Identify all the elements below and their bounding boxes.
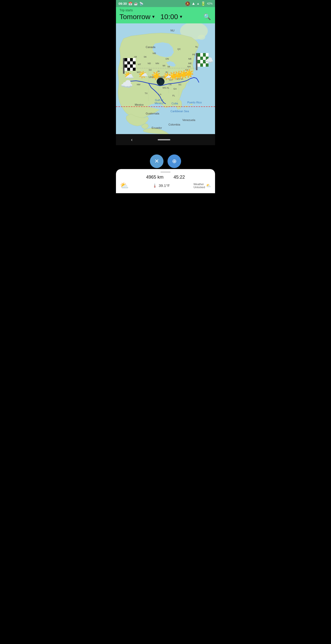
svg-point-5: [190, 104, 193, 105]
status-right: 🔕 ▲ ▲ 🔋 42%: [185, 1, 213, 6]
weather-icon-dark: 🌑: [156, 78, 165, 85]
weather-icon-bottom-container: ⛅: [120, 181, 129, 190]
svg-point-2: [198, 35, 205, 40]
weather-unlocked: WeatherUnlocked ⛅: [193, 183, 211, 189]
thermometer-icon: 🌡️: [152, 183, 157, 188]
search-button[interactable]: 🔍: [203, 13, 212, 21]
header-row: Tomorrow ▼ 10:00 ▼ 🔍: [119, 13, 212, 21]
battery-level: 42%: [207, 2, 213, 5]
day-dropdown[interactable]: Tomorrow ▼: [119, 13, 155, 21]
svg-point-4: [184, 106, 188, 107]
calendar-icon: 📅: [128, 2, 132, 6]
cup-icon: ☕: [134, 2, 138, 6]
location-button[interactable]: ⊕: [168, 154, 181, 168]
location-icon: ⊕: [172, 158, 177, 165]
close-button[interactable]: ✕: [150, 154, 163, 168]
weather-icon-8: ☀️: [184, 69, 194, 77]
header: Trip starts Tomorrow ▼ 10:00 ▼ 🔍: [116, 7, 215, 23]
back-button[interactable]: ‹: [131, 137, 133, 142]
weather-icon-2: 🌤️: [138, 71, 148, 79]
float-buttons: ✕ ⊕: [116, 154, 215, 168]
bottom-stats: 4965 km 45:22: [120, 175, 211, 180]
duration-stat: 45:22: [174, 175, 185, 180]
bottom-details: ⛅ 🌡️ 39.1°F WeatherUnlocked ⛅: [120, 181, 211, 190]
map-container[interactable]: NU Canada AB BC SK MB ON QC NL NB PE ME …: [116, 23, 215, 134]
weather-unlocked-icon: ⛅: [206, 183, 211, 188]
day-dropdown-label: Tomorrow: [119, 13, 150, 21]
radio-icon: 📡: [139, 2, 143, 6]
time-display: 09:30: [118, 2, 127, 6]
trip-starts-label: Trip starts: [119, 9, 212, 12]
destination-flag: ☁️: [196, 53, 209, 70]
weather-icon-bottom: ⛅: [120, 181, 129, 190]
battery-icon: 🔋: [201, 1, 206, 6]
signal-icon: ▲: [197, 2, 199, 5]
bottom-bar: 4965 km 45:22 ⛅ 🌡️ 39.1°F WeatherUnlocke…: [116, 169, 215, 193]
temperature-info: 🌡️ 39.1°F: [152, 183, 170, 188]
svg-point-3: [173, 104, 179, 106]
nav-pill[interactable]: [158, 139, 170, 140]
status-left: 09:30 📅 ☕ 📡: [118, 2, 143, 6]
header-controls: Tomorrow ▼ 10:00 ▼: [119, 13, 203, 21]
bottom-handle[interactable]: [160, 172, 171, 173]
mute-icon: 🔕: [185, 1, 190, 6]
nav-bar: ‹: [116, 134, 215, 145]
close-icon: ✕: [154, 158, 159, 165]
status-bar: 09:30 📅 ☕ 📡 🔕 ▲ ▲ 🔋 42%: [116, 0, 215, 7]
temperature-value: 39.1°F: [159, 183, 170, 188]
weather-unlocked-label: WeatherUnlocked: [193, 183, 205, 189]
time-dropdown[interactable]: 10:00 ▼: [160, 13, 183, 21]
time-dropdown-arrow: ▼: [179, 15, 183, 19]
wifi-icon: ▲: [191, 1, 195, 6]
day-dropdown-arrow: ▼: [151, 15, 155, 19]
time-dropdown-label: 10:00: [160, 13, 178, 21]
distance-stat: 4965 km: [146, 175, 163, 180]
cloud-start: ☁️: [120, 78, 133, 90]
